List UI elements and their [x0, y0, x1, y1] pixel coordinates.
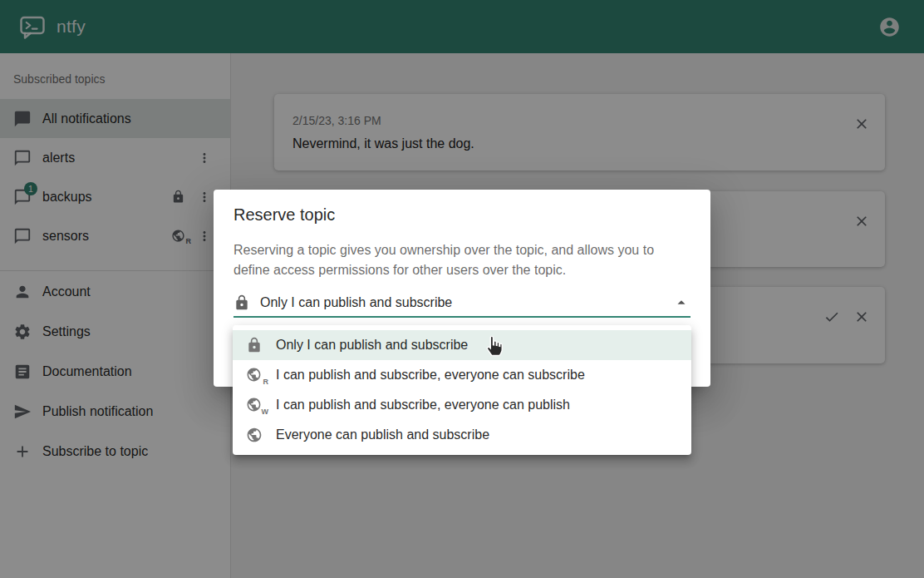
- globe-w-icon: W: [246, 397, 263, 413]
- lock-icon: [246, 337, 263, 353]
- dialog-title: Reserve topic: [233, 205, 335, 225]
- select-focus-underline: [233, 316, 691, 318]
- menu-option[interactable]: RI can publish and subscribe, everyone c…: [233, 360, 691, 390]
- globe-icon: [246, 427, 263, 443]
- dialog-description: Reserving a topic gives you ownership ov…: [233, 240, 672, 280]
- permission-dropdown-menu: Only I can publish and subscribeRI can p…: [233, 325, 691, 455]
- select-value: Only I can publish and subscribe: [260, 295, 452, 310]
- menu-option-label: I can publish and subscribe, everyone ca…: [276, 368, 585, 383]
- chevron-up-icon: [672, 294, 691, 312]
- access-permission-select[interactable]: Only I can publish and subscribe: [233, 289, 691, 316]
- lock-icon: [233, 294, 250, 311]
- menu-option-label: Only I can publish and subscribe: [276, 338, 468, 353]
- menu-option[interactable]: Only I can publish and subscribe: [233, 330, 691, 360]
- menu-option[interactable]: WI can publish and subscribe, everyone c…: [233, 390, 691, 420]
- menu-option-label: Everyone can publish and subscribe: [276, 427, 489, 442]
- menu-option[interactable]: Everyone can publish and subscribe: [233, 420, 691, 450]
- globe-r-icon: R: [246, 367, 263, 383]
- menu-option-label: I can publish and subscribe, everyone ca…: [276, 398, 570, 413]
